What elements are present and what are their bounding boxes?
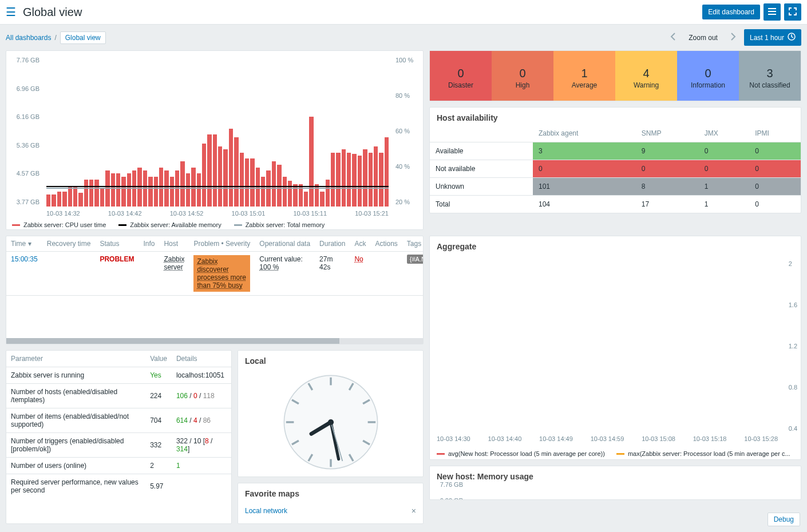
- problems-table: Time ▾Recovery timeStatusInfoHostProblem…: [6, 236, 423, 296]
- top-bar: ☰ Global view Edit dashboard: [0, 0, 807, 25]
- table-row: Number of users (online) 2 1: [6, 458, 231, 474]
- zoom-out-button[interactable]: Zoom out: [684, 31, 722, 44]
- top-chart[interactable]: 7.76 GB6.96 GB6.16 GB5.36 GB4.57 GB3.77 …: [6, 51, 423, 229]
- dashboard-list-button[interactable]: [764, 3, 781, 21]
- chevron-right-icon: [730, 33, 736, 41]
- host-availability-title: Host availability: [430, 108, 801, 125]
- breadcrumb-all[interactable]: All dashboards: [6, 34, 51, 42]
- severity-label: Not classified: [741, 81, 798, 89]
- severity-tiles: 0 Disaster 0 High 1 Average 4 Warning 0 …: [429, 50, 801, 101]
- favorite-maps-title: Favorite maps: [238, 483, 423, 501]
- svg-rect-0: [768, 8, 776, 9]
- favorite-maps-card: Favorite maps Local network ×: [238, 483, 424, 524]
- clock-icon: [788, 33, 796, 42]
- svg-rect-1: [768, 11, 776, 12]
- favorite-map-link[interactable]: Local network: [245, 507, 287, 515]
- fullscreen-icon: [789, 7, 797, 17]
- svg-point-20: [327, 419, 333, 425]
- col-header[interactable]: Operational data: [255, 236, 315, 252]
- debug-button[interactable]: Debug: [768, 513, 800, 526]
- problems-card: Time ▾Recovery timeStatusInfoHostProblem…: [6, 236, 424, 344]
- severity-tile[interactable]: 0 Disaster: [430, 51, 492, 101]
- severity-tile[interactable]: 1 Average: [553, 51, 615, 101]
- severity-count: 1: [556, 67, 613, 80]
- h-scrollbar[interactable]: [6, 338, 423, 344]
- severity-tile[interactable]: 4 Warning: [615, 51, 677, 101]
- severity-label: High: [494, 81, 551, 89]
- fullscreen-button[interactable]: [784, 3, 801, 21]
- table-row: Number of items (enabled/disabled/not su…: [6, 408, 231, 433]
- col-header[interactable]: Info: [139, 236, 159, 252]
- table-row: Zabbix server is running Yes localhost:1…: [6, 367, 231, 384]
- memory-usage-title: New host: Memory usage: [430, 466, 801, 483]
- time-next-button[interactable]: [726, 30, 741, 45]
- severity-label: Disaster: [432, 81, 489, 89]
- memory-usage-card: New host: Memory usage 7.76 GB6.00 GB: [429, 466, 801, 500]
- host-availability-table: Zabbix agentSNMPJMXIPMIAvailable3900Not …: [430, 125, 801, 213]
- time-nav: Zoom out Last 1 hour: [666, 29, 801, 46]
- severity-count: 0: [494, 67, 551, 80]
- breadcrumb-current[interactable]: Global view: [60, 31, 106, 44]
- time-range-label: Last 1 hour: [750, 34, 784, 42]
- time-range-button[interactable]: Last 1 hour: [744, 29, 801, 46]
- col-header[interactable]: Host: [159, 236, 189, 252]
- aggregate-card: Aggregate 21.61.20.80.4 10-03 14:3010-03…: [429, 236, 801, 460]
- favorite-map-item: Local network ×: [245, 505, 416, 517]
- aggregate-title: Aggregate: [430, 236, 801, 253]
- col-header[interactable]: Actions: [370, 236, 402, 252]
- host-availability-card: Host availability Zabbix agentSNMPJMXIPM…: [429, 107, 801, 213]
- table-row: Number of hosts (enabled/disabled /templ…: [6, 384, 231, 408]
- menu-icon[interactable]: ☰: [6, 5, 16, 19]
- severity-label: Warning: [618, 81, 675, 89]
- table-row: Available3900: [430, 142, 801, 160]
- sub-bar: All dashboards / Global view Zoom out La…: [0, 25, 807, 50]
- close-icon[interactable]: ×: [412, 506, 416, 515]
- severity-count: 3: [741, 67, 798, 80]
- table-row: Unknown101810: [430, 178, 801, 196]
- top-chart-card: 7.76 GB6.96 GB6.16 GB5.36 GB4.57 GB3.77 …: [6, 50, 424, 230]
- aggregate-chart[interactable]: 21.61.20.80.4 10-03 14:3010-03 14:4010-0…: [430, 253, 801, 459]
- breadcrumb-sep: /: [54, 34, 56, 42]
- list-icon: [768, 7, 776, 17]
- table-row: Not available0000: [430, 160, 801, 178]
- time-prev-button[interactable]: [666, 30, 681, 45]
- page-title: Global view: [23, 6, 699, 19]
- local-clock-card: Local: [238, 350, 424, 477]
- col-header[interactable]: Time ▾: [6, 236, 42, 252]
- severity-count: 0: [432, 67, 489, 80]
- analog-clock: [282, 374, 379, 471]
- severity-label: Average: [556, 81, 613, 89]
- status-table: ParameterValueDetails Zabbix server is r…: [6, 351, 231, 498]
- severity-count: 4: [618, 67, 675, 80]
- col-header[interactable]: Tags: [402, 236, 423, 252]
- table-row: Required server performance, new values …: [6, 474, 231, 499]
- severity-tile[interactable]: 0 High: [492, 51, 553, 101]
- table-row: Number of triggers (enabled/disabled [pr…: [6, 433, 231, 458]
- col-header[interactable]: Status: [95, 236, 139, 252]
- col-header[interactable]: Ack: [350, 236, 370, 252]
- severity-tile[interactable]: 0 Information: [677, 51, 739, 101]
- severity-tile[interactable]: 3 Not classified: [739, 51, 801, 101]
- problem-row[interactable]: 15:00:35 PROBLEM Zabbix server Zabbix di…: [6, 252, 423, 296]
- col-header[interactable]: Duration: [315, 236, 350, 252]
- chevron-left-icon: [670, 33, 676, 41]
- edit-dashboard-button[interactable]: Edit dashboard: [702, 5, 760, 19]
- severity-label: Information: [679, 81, 737, 89]
- col-header[interactable]: Problem • Severity: [189, 236, 255, 252]
- status-card: ParameterValueDetails Zabbix server is r…: [6, 350, 232, 524]
- svg-rect-2: [768, 14, 776, 15]
- table-row: Total1041710: [430, 196, 801, 213]
- col-header[interactable]: Recovery time: [42, 236, 96, 252]
- local-title: Local: [238, 351, 423, 368]
- severity-count: 0: [679, 67, 737, 80]
